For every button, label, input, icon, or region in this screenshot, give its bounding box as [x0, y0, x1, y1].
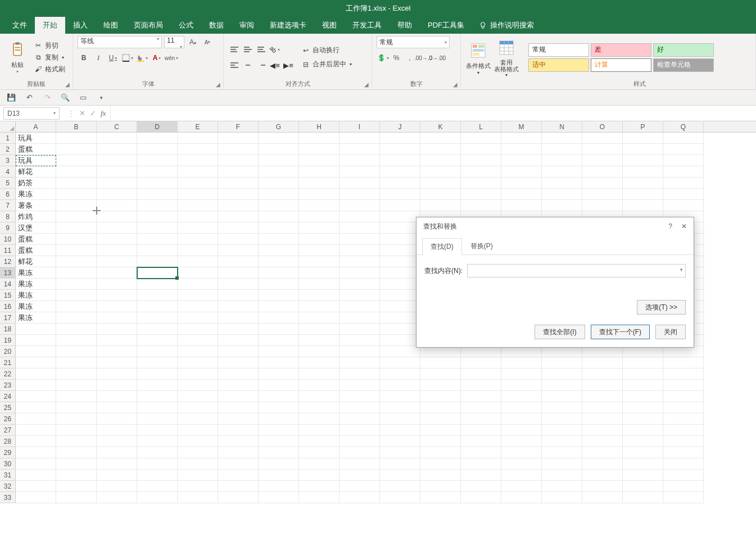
cell-E29[interactable]	[178, 447, 218, 458]
cell-G5[interactable]	[259, 177, 299, 189]
cell-G27[interactable]	[259, 425, 299, 436]
cell-J10[interactable]	[380, 234, 420, 245]
cell-I27[interactable]	[339, 425, 380, 436]
print-preview-button[interactable]: 🔍	[60, 92, 71, 103]
cell-D22[interactable]	[137, 368, 178, 380]
cell-F7[interactable]	[218, 200, 259, 211]
cell-H25[interactable]	[299, 402, 339, 413]
cell-N6[interactable]	[542, 189, 582, 200]
conditional-format-button[interactable]: 条件格式▾	[465, 38, 491, 79]
cell-G18[interactable]	[259, 324, 299, 335]
cell-L30[interactable]	[461, 458, 501, 470]
cell-D3[interactable]	[137, 155, 178, 166]
col-header-L[interactable]: L	[461, 121, 501, 132]
cell-B28[interactable]	[56, 436, 97, 447]
cell-H5[interactable]	[299, 177, 339, 189]
cell-P26[interactable]	[623, 413, 663, 425]
cell-G32[interactable]	[259, 481, 299, 492]
cell-K26[interactable]	[420, 413, 461, 425]
cell-E8[interactable]	[178, 211, 218, 222]
tab-page-layout[interactable]: 页面布局	[126, 17, 171, 34]
cell-C17[interactable]	[97, 312, 137, 324]
cell-E15[interactable]	[178, 290, 218, 301]
redo-button[interactable]: ↷	[42, 92, 53, 103]
cell-F25[interactable]	[218, 402, 259, 413]
cell-K29[interactable]	[420, 447, 461, 458]
cell-E9[interactable]	[178, 222, 218, 234]
cell-N3[interactable]	[542, 155, 582, 166]
row-header-9[interactable]: 9	[0, 222, 16, 234]
cell-K2[interactable]	[420, 144, 461, 155]
cell-Q23[interactable]	[663, 380, 704, 391]
cell-K32[interactable]	[420, 481, 461, 492]
cell-I21[interactable]	[339, 357, 380, 368]
row-header-14[interactable]: 14	[0, 279, 16, 290]
cell-A33[interactable]	[16, 492, 56, 503]
cell-K23[interactable]	[420, 380, 461, 391]
cell-L33[interactable]	[461, 492, 501, 503]
cell-O29[interactable]	[582, 447, 623, 458]
cell-E23[interactable]	[178, 380, 218, 391]
cell-B13[interactable]	[56, 267, 97, 279]
cell-J15[interactable]	[380, 290, 420, 301]
col-header-K[interactable]: K	[420, 121, 461, 132]
close-button[interactable]: 关闭	[655, 325, 686, 339]
fill-color-button[interactable]	[136, 52, 148, 64]
cell-A18[interactable]	[16, 324, 56, 335]
cell-J21[interactable]	[380, 357, 420, 368]
cell-C5[interactable]	[97, 177, 137, 189]
cell-Q33[interactable]	[663, 492, 704, 503]
cell-P2[interactable]	[623, 144, 663, 155]
cell-O31[interactable]	[582, 470, 623, 481]
tab-developer[interactable]: 开发工具	[345, 17, 390, 34]
cell-A25[interactable]	[16, 402, 56, 413]
cell-G16[interactable]	[259, 301, 299, 312]
row-header-31[interactable]: 31	[0, 470, 16, 481]
cancel-formula-button[interactable]: ✕	[79, 109, 85, 117]
find-all-button[interactable]: 查找全部(I)	[535, 325, 585, 339]
cell-J2[interactable]	[380, 144, 420, 155]
cell-O6[interactable]	[582, 189, 623, 200]
cell-A1[interactable]: 玩具	[16, 133, 56, 144]
cell-C20[interactable]	[97, 346, 137, 357]
cell-J7[interactable]	[380, 200, 420, 211]
cell-D32[interactable]	[137, 481, 178, 492]
accounting-format-button[interactable]: 💲	[377, 52, 389, 64]
cell-A14[interactable]: 果冻	[16, 279, 56, 290]
cell-L21[interactable]	[461, 357, 501, 368]
cell-N24[interactable]	[542, 391, 582, 402]
underline-button[interactable]: U	[107, 52, 119, 64]
cell-B14[interactable]	[56, 279, 97, 290]
cell-C24[interactable]	[97, 391, 137, 402]
cell-F3[interactable]	[218, 155, 259, 166]
cell-H16[interactable]	[299, 301, 339, 312]
cell-E2[interactable]	[178, 144, 218, 155]
cell-P29[interactable]	[623, 447, 663, 458]
cell-H4[interactable]	[299, 166, 339, 177]
cell-M1[interactable]	[501, 133, 542, 144]
cell-J25[interactable]	[380, 402, 420, 413]
cell-B2[interactable]	[56, 144, 97, 155]
row-header-13[interactable]: 13	[0, 267, 16, 279]
cell-J28[interactable]	[380, 436, 420, 447]
cell-M27[interactable]	[501, 425, 542, 436]
row-header-24[interactable]: 24	[0, 391, 16, 402]
cell-M2[interactable]	[501, 144, 542, 155]
phonetic-button[interactable]: wén	[165, 52, 178, 64]
cell-F23[interactable]	[218, 380, 259, 391]
cell-E17[interactable]	[178, 312, 218, 324]
cell-A9[interactable]: 汉堡	[16, 222, 56, 234]
cell-J1[interactable]	[380, 133, 420, 144]
cell-I28[interactable]	[339, 436, 380, 447]
cell-F22[interactable]	[218, 368, 259, 380]
tab-file[interactable]: 文件	[4, 17, 35, 34]
col-header-B[interactable]: B	[56, 121, 97, 132]
cell-B1[interactable]	[56, 133, 97, 144]
cell-C9[interactable]	[97, 222, 137, 234]
cell-J16[interactable]	[380, 301, 420, 312]
cell-J29[interactable]	[380, 447, 420, 458]
cell-P27[interactable]	[623, 425, 663, 436]
cell-M3[interactable]	[501, 155, 542, 166]
cell-E22[interactable]	[178, 368, 218, 380]
cell-C33[interactable]	[97, 492, 137, 503]
